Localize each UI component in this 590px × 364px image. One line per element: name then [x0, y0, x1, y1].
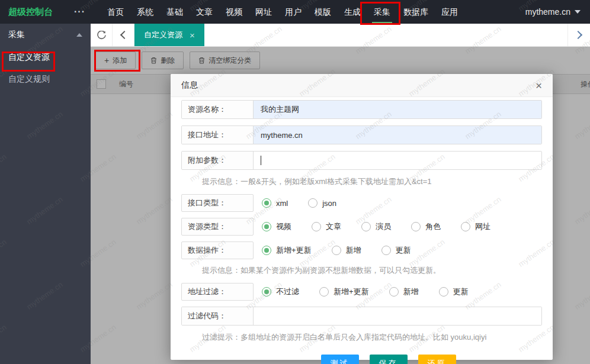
- nav-item-home[interactable]: 首页: [101, 0, 130, 24]
- tab-custom-resource[interactable]: 自定义资源 ×: [134, 24, 204, 46]
- radio-icon: [439, 287, 448, 297]
- resource-name-input[interactable]: 我的主题网: [254, 101, 541, 118]
- radio-label: 新增+更新: [334, 286, 369, 297]
- radio-actor[interactable]: 演员: [361, 221, 391, 232]
- test-button[interactable]: 测试: [321, 355, 359, 364]
- tab-label: 自定义资源: [144, 30, 182, 40]
- text-cursor: [261, 156, 261, 165]
- radio-icon: [308, 198, 318, 208]
- radio-icon: [312, 222, 321, 231]
- chevron-right-icon: [574, 31, 582, 39]
- sidebar-item-custom-rule[interactable]: 自定义规则: [0, 68, 91, 90]
- radio-add-update[interactable]: 新增+更新: [262, 245, 312, 256]
- api-url-input[interactable]: mytheme.cn: [254, 126, 541, 144]
- nav-item-article[interactable]: 文章: [190, 0, 219, 24]
- sidebar: 采集 自定义资源 自定义规则: [0, 24, 91, 364]
- radio-json[interactable]: json: [308, 198, 336, 208]
- radio-role[interactable]: 角色: [411, 221, 441, 232]
- address-filter-options: 不过滤 新增+更新 新增 更新: [262, 286, 489, 297]
- radio-label: 视频: [276, 221, 291, 232]
- nav-item-collect[interactable]: 采集: [367, 0, 397, 24]
- save-button[interactable]: 保存: [370, 355, 408, 364]
- radio-icon: [461, 222, 470, 231]
- resource-type-label: 资源类型：: [181, 218, 254, 236]
- field-resource-type: 资源类型： 视频 文章 演员: [181, 218, 542, 236]
- radio-add[interactable]: 新增: [332, 245, 361, 256]
- radio-article[interactable]: 文章: [312, 221, 341, 232]
- more-menu-icon[interactable]: ···: [74, 7, 85, 17]
- radio-label: 文章: [326, 221, 341, 232]
- radio-icon: [361, 222, 371, 231]
- tab-close-icon[interactable]: ×: [190, 31, 195, 40]
- hint-extra-param: 提示信息：一般&开头，例如老版xml格式采集下载地址需加入&ct=1: [202, 176, 542, 187]
- resource-name-label: 资源名称：: [182, 101, 254, 118]
- radio-filter-add[interactable]: 新增: [389, 286, 419, 297]
- sidebar-group-label: 采集: [8, 30, 25, 40]
- radio-label: xml: [276, 199, 288, 208]
- resource-type-options: 视频 文章 演员 角色: [262, 221, 511, 232]
- radio-label: 新增: [403, 286, 419, 297]
- nav-item-template[interactable]: 模版: [308, 0, 338, 24]
- chevron-down-icon: [575, 10, 581, 14]
- radio-label: 更新: [396, 245, 411, 256]
- user-menu[interactable]: mytheme.cn: [525, 7, 581, 17]
- nav-item-database[interactable]: 数据库: [397, 0, 435, 24]
- nav-menu: 首页 系统 基础 文章 视频 网址 用户 模版 生成 采集 数据库 应用: [101, 0, 464, 24]
- data-operation-options: 新增+更新 新增 更新: [262, 245, 431, 256]
- radio-filter-add-update[interactable]: 新增+更新: [319, 286, 369, 297]
- radio-selected-icon: [262, 198, 271, 208]
- radio-label: 不过滤: [276, 286, 299, 297]
- radio-icon: [381, 246, 391, 255]
- refresh-icon: [97, 31, 106, 40]
- extra-param-label: 附加参数：: [182, 152, 254, 169]
- tab-bar: 自定义资源 ×: [91, 24, 590, 47]
- data-operation-label: 数据操作：: [181, 241, 254, 259]
- radio-label: 新增: [346, 245, 361, 256]
- nav-item-video[interactable]: 视频: [219, 0, 249, 24]
- api-type-options: xml json: [262, 198, 357, 208]
- close-icon[interactable]: ×: [536, 80, 542, 91]
- nav-item-base[interactable]: 基础: [160, 0, 190, 24]
- field-extra-param: 附加参数：: [181, 151, 542, 170]
- radio-selected-icon: [262, 246, 271, 255]
- api-url-label: 接口地址：: [182, 126, 254, 144]
- top-navbar: 超级控制台 ··· 首页 系统 基础 文章 视频 网址 用户 模版 生成 采集 …: [0, 0, 590, 24]
- sidebar-group-collect[interactable]: 采集: [0, 24, 91, 46]
- filter-code-input[interactable]: [254, 307, 541, 325]
- dialog-title: 信息: [181, 80, 198, 91]
- filter-code-label: 过滤代码：: [182, 307, 254, 325]
- info-dialog: 信息 × 资源名称： 我的主题网 接口地址： mytheme.cn 附加参数： …: [171, 74, 553, 360]
- radio-no-filter[interactable]: 不过滤: [262, 286, 299, 297]
- extra-param-input[interactable]: [254, 152, 541, 169]
- radio-update[interactable]: 更新: [381, 245, 411, 256]
- nav-item-app[interactable]: 应用: [435, 0, 464, 24]
- restore-button[interactable]: 还原: [418, 355, 456, 364]
- nav-item-user[interactable]: 用户: [278, 0, 308, 24]
- nav-item-system[interactable]: 系统: [130, 0, 160, 24]
- app-window: 超级控制台 ··· 首页 系统 基础 文章 视频 网址 用户 模版 生成 采集 …: [0, 0, 590, 364]
- tab-scroll-right-button[interactable]: [567, 24, 590, 46]
- radio-label: 角色: [425, 221, 441, 232]
- radio-video[interactable]: 视频: [262, 221, 291, 232]
- tab-scroll-left-button[interactable]: [113, 24, 134, 46]
- field-address-filter: 地址过滤： 不过滤 新增+更新 新增: [181, 283, 542, 301]
- field-api-type: 接口类型： xml json: [181, 194, 542, 212]
- user-name: mytheme.cn: [525, 7, 570, 17]
- hint-filter-code: 过滤提示：多组地址的资源开启白名单后只会入库指定代码的地址。比如 youku,i…: [202, 332, 542, 343]
- dialog-header: 信息 ×: [171, 74, 553, 97]
- chevron-left-icon: [120, 31, 128, 39]
- sidebar-item-custom-resource[interactable]: 自定义资源: [0, 46, 91, 68]
- radio-website[interactable]: 网址: [461, 221, 490, 232]
- radio-filter-update[interactable]: 更新: [439, 286, 469, 297]
- api-type-label: 接口类型：: [181, 194, 254, 212]
- radio-icon: [389, 287, 399, 297]
- collapse-up-icon: [76, 33, 82, 37]
- radio-label: 新增+更新: [276, 245, 312, 256]
- nav-item-website[interactable]: 网址: [249, 0, 278, 24]
- radio-xml[interactable]: xml: [262, 198, 288, 208]
- refresh-button[interactable]: [91, 24, 113, 46]
- radio-label: 演员: [376, 221, 391, 232]
- field-resource-name: 资源名称： 我的主题网: [181, 100, 542, 119]
- hint-data-operation: 提示信息：如果某个资源作为副资源不想新增数据，可以只勾选更新。: [202, 265, 542, 276]
- nav-item-generate[interactable]: 生成: [338, 0, 367, 24]
